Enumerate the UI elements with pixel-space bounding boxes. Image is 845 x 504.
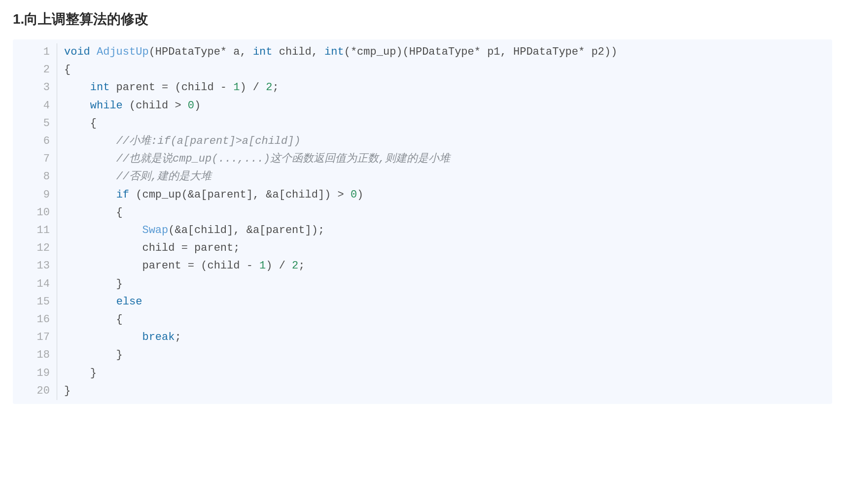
line-number: 10 <box>13 204 57 222</box>
code-content: { <box>57 204 123 222</box>
code-content: Swap(&a[child], &a[parent]); <box>57 222 324 239</box>
code-block: 1void AdjustUp(HPDataType* a, int child,… <box>13 39 832 404</box>
line-number: 4 <box>13 97 57 115</box>
code-line: 13 parent = (child - 1) / 2; <box>13 257 832 275</box>
line-number: 14 <box>13 275 57 293</box>
code-content: } <box>57 346 123 364</box>
code-content: } <box>57 275 123 293</box>
code-line: 8 //否则,建的是大堆 <box>13 168 832 186</box>
code-line: 9 if (cmp_up(&a[parent], &a[child]) > 0) <box>13 186 832 204</box>
code-line: 15 else <box>13 293 832 311</box>
line-number: 12 <box>13 239 57 257</box>
line-number: 5 <box>13 115 57 133</box>
code-line: 17 break; <box>13 329 832 346</box>
code-content: parent = (child - 1) / 2; <box>57 257 305 275</box>
code-content: { <box>57 311 123 329</box>
line-number: 19 <box>13 365 57 382</box>
line-number: 16 <box>13 311 57 329</box>
code-line: 11 Swap(&a[child], &a[parent]); <box>13 222 832 239</box>
code-content: void AdjustUp(HPDataType* a, int child, … <box>57 43 617 61</box>
code-content: if (cmp_up(&a[parent], &a[child]) > 0) <box>57 186 363 204</box>
code-content: //也就是说cmp_up(...,...)这个函数返回值为正数,则建的是小堆 <box>57 150 450 168</box>
code-content: { <box>57 61 70 79</box>
line-number: 20 <box>13 382 57 400</box>
code-line: 19 } <box>13 365 832 382</box>
code-line: 10 { <box>13 204 832 222</box>
code-line: 4 while (child > 0) <box>13 97 832 115</box>
line-number: 17 <box>13 329 57 346</box>
code-line: 7 //也就是说cmp_up(...,...)这个函数返回值为正数,则建的是小堆 <box>13 150 832 168</box>
code-line: 5 { <box>13 115 832 133</box>
line-number: 1 <box>13 43 57 61</box>
line-number: 18 <box>13 346 57 364</box>
line-number: 7 <box>13 150 57 168</box>
code-line: 6 //小堆:if(a[parent]>a[child]) <box>13 133 832 150</box>
code-content: } <box>57 382 70 400</box>
line-number: 9 <box>13 186 57 204</box>
code-line: 12 child = parent; <box>13 239 832 257</box>
section-heading: 1.向上调整算法的修改 <box>13 10 832 29</box>
code-content: break; <box>57 329 181 346</box>
code-content: child = parent; <box>57 239 240 257</box>
code-line: 20} <box>13 382 832 400</box>
code-line: 3 int parent = (child - 1) / 2; <box>13 79 832 97</box>
code-content: int parent = (child - 1) / 2; <box>57 79 279 97</box>
code-content: //否则,建的是大堆 <box>57 168 211 186</box>
code-content: //小堆:if(a[parent]>a[child]) <box>57 133 301 150</box>
line-number: 11 <box>13 222 57 239</box>
code-content: } <box>57 365 97 382</box>
code-line: 18 } <box>13 346 832 364</box>
line-number: 15 <box>13 293 57 311</box>
line-number: 13 <box>13 257 57 275</box>
code-line: 16 { <box>13 311 832 329</box>
line-number: 3 <box>13 79 57 97</box>
code-content: else <box>57 293 142 311</box>
line-number: 6 <box>13 133 57 150</box>
code-content: while (child > 0) <box>57 97 201 115</box>
line-number: 2 <box>13 61 57 79</box>
code-line: 2{ <box>13 61 832 79</box>
code-content: { <box>57 115 97 133</box>
code-line: 1void AdjustUp(HPDataType* a, int child,… <box>13 43 832 61</box>
code-line: 14 } <box>13 275 832 293</box>
line-number: 8 <box>13 168 57 186</box>
